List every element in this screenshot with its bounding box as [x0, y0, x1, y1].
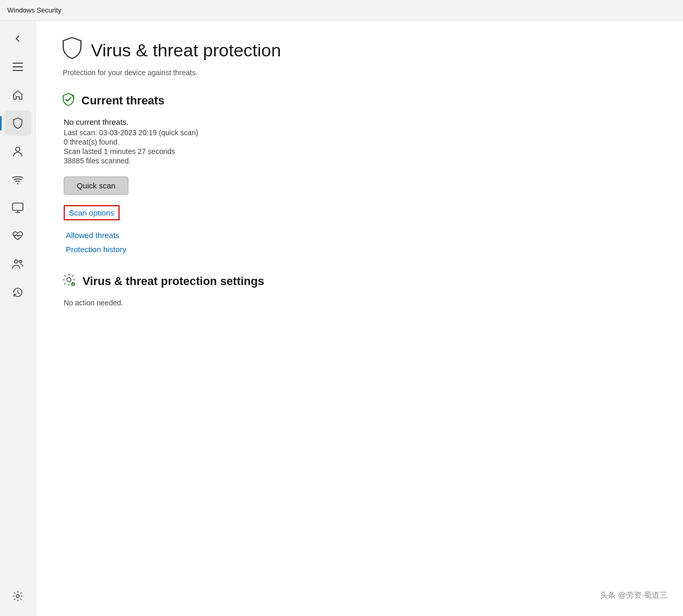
monitor-icon — [12, 203, 23, 213]
page-subtitle: Protection for your device against threa… — [63, 68, 657, 77]
scan-duration: Scan lasted 1 minutes 27 seconds — [64, 147, 657, 156]
heart-icon — [12, 231, 23, 241]
shield-icon — [13, 117, 23, 129]
svg-rect-0 — [13, 63, 23, 64]
title-bar: Windows Security — [0, 0, 683, 21]
virus-settings-section: Virus & threat protection settings No ac… — [62, 273, 657, 307]
main-content: Virus & threat protection Protection for… — [36, 21, 683, 616]
svg-point-8 — [16, 595, 19, 598]
protection-history-link[interactable]: Protection history — [66, 245, 657, 254]
virus-settings-status: No action needed. — [64, 299, 657, 307]
threats-section-title: Current threats — [81, 94, 164, 108]
svg-rect-2 — [13, 70, 23, 71]
sidebar-item-virus-protection[interactable] — [4, 111, 31, 136]
sidebar-item-menu[interactable] — [4, 54, 31, 79]
settings-gear-icon — [62, 273, 76, 290]
sidebar — [0, 21, 36, 616]
app-container: Virus & threat protection Protection for… — [0, 21, 683, 616]
sidebar-item-settings[interactable] — [4, 584, 31, 609]
threats-found: 0 threat(s) found. — [64, 138, 657, 146]
svg-point-9 — [67, 278, 71, 282]
allowed-threats-link[interactable]: Allowed threats — [66, 231, 657, 240]
svg-point-4 — [17, 183, 18, 184]
section-header-threats: Current threats — [62, 92, 657, 109]
section-header-settings: Virus & threat protection settings — [62, 273, 657, 290]
threat-status: No current threats. — [64, 117, 657, 126]
home-icon — [13, 90, 23, 100]
people-icon — [11, 259, 24, 269]
sidebar-item-family[interactable] — [4, 252, 31, 277]
page-header: Virus & threat protection — [62, 37, 657, 64]
page-shield-icon — [62, 37, 83, 64]
threats-icon — [62, 92, 75, 109]
settings-icon — [12, 590, 23, 602]
app-title: Windows Security — [7, 6, 61, 14]
virus-settings-body: No action needed. — [62, 299, 657, 307]
page-title: Virus & threat protection — [91, 40, 281, 61]
wifi-icon — [12, 175, 23, 184]
virus-settings-title: Virus & threat protection settings — [83, 275, 264, 288]
threats-body: No current threats. Last scan: 03-03-202… — [62, 117, 657, 254]
sidebar-item-account[interactable] — [4, 139, 31, 164]
sidebar-item-app-browser[interactable] — [4, 195, 31, 220]
quick-scan-button[interactable]: Quick scan — [64, 176, 128, 195]
sidebar-item-firewall[interactable] — [4, 167, 31, 192]
back-icon — [13, 34, 22, 43]
scan-options-link-wrapper: Scan options — [64, 205, 657, 226]
svg-rect-1 — [13, 66, 23, 67]
current-threats-section: Current threats No current threats. Last… — [62, 92, 657, 254]
svg-rect-5 — [13, 203, 23, 210]
hamburger-icon — [13, 63, 23, 71]
sidebar-item-history[interactable] — [4, 280, 31, 305]
files-scanned: 38885 files scanned. — [64, 157, 657, 165]
sidebar-item-home[interactable] — [4, 82, 31, 108]
last-scan: Last scan: 03-03-2023 20:19 (quick scan) — [64, 128, 657, 137]
svg-point-6 — [15, 260, 18, 263]
sidebar-item-back[interactable] — [4, 26, 31, 51]
svg-point-3 — [16, 147, 20, 151]
svg-point-7 — [19, 260, 21, 263]
sidebar-item-device-security[interactable] — [4, 223, 31, 248]
scan-options-link[interactable]: Scan options — [64, 205, 120, 220]
history-icon — [12, 287, 23, 298]
person-icon — [13, 146, 23, 157]
